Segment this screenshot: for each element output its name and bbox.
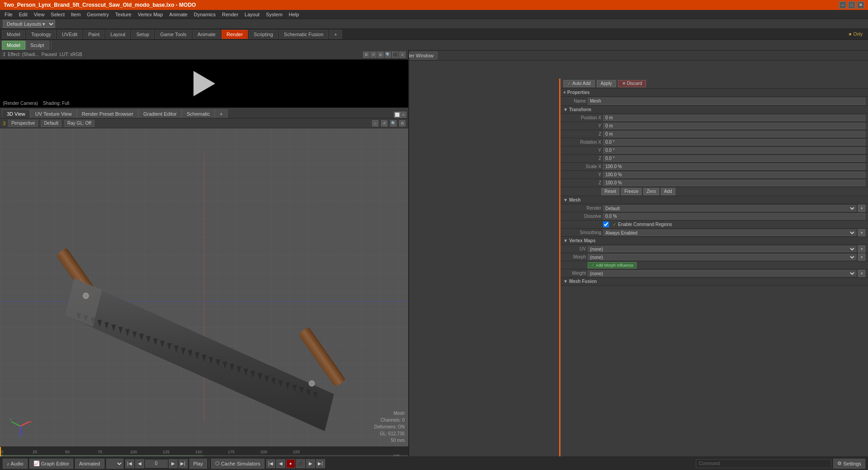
menu-item-animate[interactable]: Animate <box>166 11 190 18</box>
default-btn[interactable]: Default <box>41 120 61 127</box>
sculpt-button[interactable]: Sculpt <box>25 41 49 50</box>
trans-btn-3[interactable]: ⬛ <box>296 459 305 468</box>
zero-button[interactable]: Zero <box>643 188 659 195</box>
mesh-fusion-section-header[interactable]: ▼ Mesh Fusion <box>561 277 868 286</box>
rotation-x-input[interactable] <box>603 139 865 146</box>
tab-plus[interactable]: + <box>215 109 227 118</box>
vertex-maps-section-header[interactable]: ▼ Vertex Maps <box>561 237 868 245</box>
settings-button[interactable]: ⚙ Settings <box>833 459 865 469</box>
viewport-canvas[interactable]: X Y Z Mesh Channels: 0 Deformers: ON GL:… <box>0 128 408 446</box>
maximize-button[interactable]: □ <box>848 1 855 9</box>
smoothing-arrow[interactable]: ▾ <box>858 229 865 236</box>
menu-item-dynamics[interactable]: Dynamics <box>191 11 218 18</box>
menu-item-file[interactable]: File <box>2 11 15 18</box>
weight-select[interactable]: (none) <box>588 270 856 277</box>
properties-section-header[interactable]: + Properties <box>561 89 868 97</box>
frame-input[interactable] <box>145 460 168 468</box>
trans-btn-5[interactable]: ▶| <box>316 459 325 468</box>
model-button[interactable]: Model <box>2 41 25 50</box>
render-arrow[interactable]: ▾ <box>858 205 865 212</box>
mesh-section-header[interactable]: ▼ Mesh <box>561 196 868 204</box>
minimize-button[interactable]: ─ <box>839 1 846 9</box>
top-tab-scripting[interactable]: Scripting <box>249 30 278 39</box>
tab-render-preset[interactable]: Render Preset Browser <box>77 109 138 118</box>
preview-icon-1[interactable]: ⚙ <box>363 52 369 58</box>
transform-section-header[interactable]: ▼ Transform <box>561 106 868 114</box>
menu-item-help[interactable]: Help <box>286 11 302 18</box>
play-button[interactable] <box>193 71 215 96</box>
scale-z-input[interactable] <box>603 180 865 186</box>
perspective-btn[interactable]: Perspective <box>8 120 38 127</box>
graph-editor-button[interactable]: 📈 Graph Editor <box>29 459 73 469</box>
rotation-z-input[interactable] <box>603 155 865 162</box>
layout-select[interactable]: Default Layouts ▾ <box>3 20 55 28</box>
trans-btn-2[interactable]: ◀ <box>276 459 285 468</box>
viewport-3d[interactable]: 3 Perspective Default Ray GL: Off ⌂ ↺ 🔍 … <box>0 118 408 446</box>
menu-item-layout[interactable]: Layout <box>242 11 262 18</box>
top-tab-paint[interactable]: Paint <box>83 30 104 39</box>
view-settings-icon[interactable]: ≡ <box>400 112 406 118</box>
top-tab-layout[interactable]: Layout <box>105 30 130 39</box>
menu-item-vertex map[interactable]: Vertex Map <box>135 11 166 18</box>
command-bar[interactable]: Command <box>696 459 831 468</box>
rotation-y-input[interactable] <box>603 147 865 154</box>
top-tab-animate[interactable]: Animate <box>193 30 221 39</box>
menu-item-geometry[interactable]: Geometry <box>84 11 111 18</box>
position-x-input[interactable] <box>603 115 865 121</box>
freeze-button[interactable]: Freeze <box>621 188 642 195</box>
menu-item-render[interactable]: Render <box>219 11 241 18</box>
position-y-input[interactable] <box>603 123 865 129</box>
apply-button[interactable]: Apply <box>597 80 616 87</box>
trans-btn-1[interactable]: |◀ <box>266 459 275 468</box>
play-button-status[interactable]: ▶ <box>169 459 178 468</box>
go-start-button[interactable]: |◀ <box>125 459 134 468</box>
tab-3d-view[interactable]: 3D View <box>2 109 30 118</box>
top-tab-schematic-fusion[interactable]: Schematic Fusion <box>279 30 328 39</box>
preview-icon-2[interactable]: ↺ <box>370 52 377 58</box>
smoothing-select[interactable]: Always Enabled <box>603 230 856 236</box>
tab-gradient[interactable]: Gradient Editor <box>138 109 182 118</box>
uv-select[interactable]: (none) <box>588 246 856 252</box>
enable-cmd-checkbox[interactable] <box>603 221 609 227</box>
trans-btn-4[interactable]: ▶ <box>306 459 315 468</box>
vp-home-icon[interactable]: ⌂ <box>372 120 378 127</box>
preview-icon-3[interactable]: ⊕ <box>377 52 384 58</box>
top-tab-setup[interactable]: Setup <box>131 30 154 39</box>
scale-x-input[interactable] <box>603 164 865 170</box>
next-frame-button[interactable]: ▶| <box>179 459 188 468</box>
play-label-button[interactable]: Play <box>189 459 207 469</box>
morph-select[interactable]: (none) <box>588 254 856 260</box>
trans-record[interactable]: ● <box>286 459 295 468</box>
cache-button[interactable]: ⬡ Cache Simulators <box>211 459 264 469</box>
timeline[interactable]: 0 25 50 75 100 125 150 175 200 225 0 225 <box>0 446 408 456</box>
top-tab-model[interactable]: Model <box>2 30 25 39</box>
prev-frame-button[interactable]: ◀ <box>135 459 144 468</box>
raygl-btn[interactable]: Ray GL: Off <box>64 120 94 127</box>
preview-icon-6[interactable]: ≡ <box>399 52 406 58</box>
audio-button[interactable]: ♪ Audio <box>3 459 28 469</box>
auto-add-button[interactable]: ✓ Auto Add <box>563 80 595 87</box>
menu-item-edit[interactable]: Edit <box>16 11 30 18</box>
animated-button[interactable]: Animated <box>75 459 104 469</box>
view-expand-icon[interactable]: ⬜ <box>394 112 400 118</box>
close-button[interactable]: ✕ <box>857 1 864 9</box>
position-z-input[interactable] <box>603 131 865 137</box>
vp-settings-icon[interactable]: ⚙ <box>399 120 406 127</box>
discard-button[interactable]: ✕ Discard <box>618 80 646 87</box>
animated-select[interactable] <box>106 459 123 469</box>
add-morph-influence-button[interactable]: ✓ Add Morph Influence <box>588 262 637 268</box>
menu-item-system[interactable]: System <box>263 11 285 18</box>
dissolve-input[interactable] <box>603 213 865 220</box>
menu-item-view[interactable]: View <box>31 11 47 18</box>
scale-y-input[interactable] <box>603 172 865 178</box>
top-tab-topology[interactable]: Topology <box>26 30 56 39</box>
preview-icon-5[interactable]: ⬛ <box>392 52 398 58</box>
top-tab-game-tools[interactable]: Game Tools <box>155 30 192 39</box>
menu-item-select[interactable]: Select <box>48 11 67 18</box>
menu-item-item[interactable]: Item <box>68 11 83 18</box>
top-tab--[interactable]: + <box>329 30 342 39</box>
vp-search-icon[interactable]: 🔍 <box>390 120 396 127</box>
render-select[interactable]: Default <box>603 205 856 212</box>
reset-button[interactable]: Reset <box>601 188 619 195</box>
top-tab-uvedit[interactable]: UVEdit <box>57 30 82 39</box>
